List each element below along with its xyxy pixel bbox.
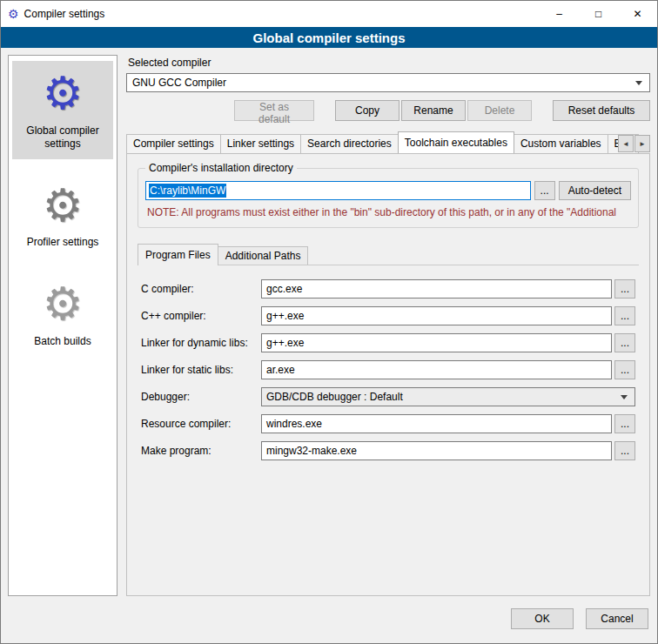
rename-button[interactable]: Rename: [401, 100, 466, 121]
tab-compiler-settings[interactable]: Compiler settings: [126, 134, 221, 153]
ok-button[interactable]: OK: [511, 608, 574, 629]
delete-button[interactable]: Delete: [467, 100, 532, 121]
resource-compiler-label: Resource compiler:: [141, 418, 261, 430]
field-row: C++ compiler: g++.exe ...: [141, 306, 635, 325]
c-compiler-label: C compiler:: [141, 283, 261, 295]
installation-directory-group: Compiler's installation directory C:\ray…: [138, 168, 639, 228]
dynamic-linker-browse-button[interactable]: ...: [614, 333, 635, 352]
field-row: Linker for dynamic libs: g++.exe ...: [141, 333, 635, 352]
window-title: Compiler settings: [24, 8, 105, 20]
gear-icon: ⚙: [16, 280, 110, 328]
field-row: C compiler: gcc.exe ...: [141, 279, 635, 299]
minimize-button[interactable]: –: [540, 1, 579, 27]
sidebar-item-global-compiler-settings[interactable]: ⚙ Global compiler settings: [12, 61, 113, 159]
field-row: Make program: mingw32-make.exe ...: [141, 441, 635, 460]
set-as-default-button[interactable]: Set as default: [234, 100, 314, 121]
copy-button[interactable]: Copy: [335, 100, 400, 121]
app-gear-icon: ⚙: [8, 8, 19, 20]
debugger-label: Debugger:: [141, 391, 261, 403]
subtab-additional-paths[interactable]: Additional Paths: [218, 246, 309, 265]
dialog-body: ⚙ Global compiler settings ⚙ Profiler se…: [1, 48, 657, 603]
maximize-button[interactable]: □: [579, 1, 618, 27]
tab-search-directories[interactable]: Search directories: [300, 134, 399, 153]
selected-compiler-label: Selected compiler: [128, 57, 650, 69]
static-linker-browse-button[interactable]: ...: [614, 360, 635, 379]
resource-compiler-value: windres.exe: [266, 418, 322, 430]
sidebar: ⚙ Global compiler settings ⚙ Profiler se…: [8, 55, 118, 596]
c-compiler-value: gcc.exe: [266, 283, 302, 295]
titlebar[interactable]: ⚙ Compiler settings – □ ✕: [1, 1, 657, 27]
c-compiler-input[interactable]: gcc.exe: [261, 279, 612, 299]
tab-scroll-controls: ◄ ►: [617, 135, 650, 152]
resource-compiler-input[interactable]: windres.exe: [261, 414, 612, 433]
program-files-fields: C compiler: gcc.exe ... C++ compiler: g+…: [138, 265, 639, 460]
gear-icon: ⚙: [16, 70, 110, 117]
sidebar-item-batch-builds[interactable]: ⚙ Batch builds: [12, 272, 113, 357]
make-program-browse-button[interactable]: ...: [614, 441, 635, 460]
cpp-compiler-browse-button[interactable]: ...: [614, 306, 635, 325]
toolchain-executables-page: Compiler's installation directory C:\ray…: [126, 153, 650, 596]
cancel-button[interactable]: Cancel: [586, 608, 648, 629]
chevron-down-icon: [621, 395, 628, 399]
dynamic-linker-label: Linker for dynamic libs:: [141, 337, 261, 349]
auto-detect-button[interactable]: Auto-detect: [559, 181, 631, 200]
tab-scroll-left-icon[interactable]: ◄: [618, 135, 634, 152]
static-linker-value: ar.exe: [266, 364, 295, 376]
cpp-compiler-value: g++.exe: [266, 310, 304, 322]
reset-defaults-button[interactable]: Reset defaults: [553, 100, 650, 121]
installation-directory-input[interactable]: C:\raylib\MinGW: [145, 181, 531, 200]
compiler-settings-window: ⚙ Compiler settings – □ ✕ Global compile…: [0, 0, 658, 644]
installation-directory-row: C:\raylib\MinGW ... Auto-detect: [145, 181, 631, 200]
dynamic-linker-value: g++.exe: [266, 337, 304, 349]
sidebar-item-label: Profiler settings: [16, 236, 110, 249]
field-row: Debugger: GDB/CDB debugger : Default: [141, 387, 635, 406]
tab-scroll-right-icon[interactable]: ►: [634, 135, 650, 152]
compiler-select-value: GNU GCC Compiler: [132, 77, 226, 89]
dialog-header: Global compiler settings: [1, 27, 657, 48]
make-program-label: Make program:: [141, 445, 261, 457]
sidebar-item-profiler-settings[interactable]: ⚙ Profiler settings: [12, 173, 113, 258]
cpp-compiler-label: C++ compiler:: [141, 310, 261, 322]
main-panel: Selected compiler GNU GCC Compiler Set a…: [126, 55, 650, 596]
installation-directory-browse-button[interactable]: ...: [534, 181, 555, 200]
static-linker-label: Linker for static libs:: [141, 364, 261, 376]
program-files-tabstrip: Program Files Additional Paths: [138, 244, 639, 265]
cpp-compiler-input[interactable]: g++.exe: [261, 306, 612, 325]
field-row: Resource compiler: windres.exe ...: [141, 414, 635, 433]
debugger-select[interactable]: GDB/CDB debugger : Default: [261, 387, 635, 406]
dynamic-linker-input[interactable]: g++.exe: [261, 333, 612, 352]
make-program-value: mingw32-make.exe: [266, 445, 357, 457]
note-text: NOTE: All programs must exist either in …: [147, 206, 629, 218]
compiler-select[interactable]: GNU GCC Compiler: [126, 73, 650, 92]
chevron-down-icon: [635, 81, 642, 85]
make-program-input[interactable]: mingw32-make.exe: [261, 441, 612, 460]
tab-linker-settings[interactable]: Linker settings: [220, 134, 301, 153]
installation-directory-label: Compiler's installation directory: [145, 162, 297, 174]
subtab-program-files[interactable]: Program Files: [138, 244, 218, 265]
compiler-buttons: Set as default Copy Rename Delete Reset …: [126, 100, 650, 121]
field-row: Linker for static libs: ar.exe ...: [141, 360, 635, 379]
close-button[interactable]: ✕: [618, 1, 657, 27]
window-controls: – □ ✕: [540, 1, 657, 27]
sidebar-item-label: Batch builds: [16, 335, 110, 348]
debugger-value: GDB/CDB debugger : Default: [266, 391, 403, 403]
tab-custom-variables[interactable]: Custom variables: [514, 134, 608, 153]
gear-icon: ⚙: [16, 182, 110, 230]
c-compiler-browse-button[interactable]: ...: [614, 279, 635, 299]
dialog-footer: OK Cancel: [1, 603, 657, 643]
resource-compiler-browse-button[interactable]: ...: [614, 414, 635, 433]
installation-directory-value: C:\raylib\MinGW: [149, 184, 226, 198]
sidebar-item-label: Global compiler settings: [16, 124, 110, 151]
static-linker-input[interactable]: ar.exe: [261, 360, 612, 379]
settings-tabstrip: Compiler settings Linker settings Search…: [126, 131, 650, 153]
tab-toolchain-executables[interactable]: Toolchain executables: [398, 131, 514, 153]
